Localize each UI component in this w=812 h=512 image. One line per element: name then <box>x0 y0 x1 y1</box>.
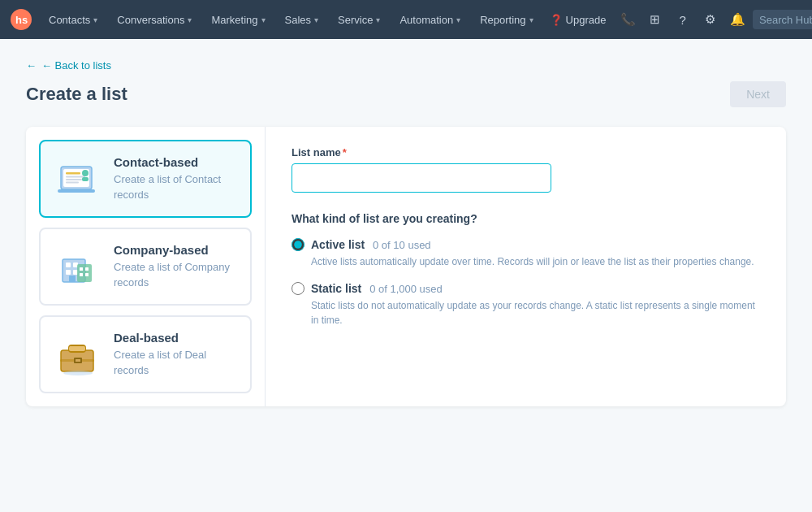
active-list-radio[interactable] <box>292 238 304 251</box>
svg-point-28 <box>63 371 93 375</box>
contact-based-card[interactable]: Contact-based Create a list of Contact r… <box>39 140 252 218</box>
deal-based-icon <box>54 330 102 379</box>
svg-rect-19 <box>85 267 89 271</box>
contact-based-content: Contact-based Create a list of Contact r… <box>114 155 237 202</box>
nav-items: Contacts ▾ Conversations ▾ Marketing ▾ S… <box>39 0 543 39</box>
upgrade-button[interactable]: ❓ Upgrade <box>543 14 613 26</box>
svg-rect-12 <box>66 263 71 267</box>
company-based-desc: Create a list of Company records <box>114 260 237 289</box>
nav-reporting[interactable]: Reporting ▾ <box>470 0 542 39</box>
settings-icon[interactable]: ⚙ <box>698 7 723 33</box>
question-circle-icon: ❓ <box>550 14 563 26</box>
list-name-input[interactable] <box>292 163 551 193</box>
contact-based-desc: Create a list of Contact records <box>114 172 237 202</box>
notifications-icon[interactable]: 🔔 <box>725 7 749 33</box>
marketplace-icon[interactable]: ⊞ <box>643 7 667 33</box>
chevron-down-icon: ▾ <box>529 15 533 24</box>
nav-conversations[interactable]: Conversations ▾ <box>107 0 201 39</box>
svg-rect-17 <box>77 264 92 282</box>
right-panel: List name* What kind of list are you cre… <box>266 127 786 406</box>
company-based-content: Company-based Create a list of Company r… <box>114 243 237 289</box>
required-indicator: * <box>343 146 347 158</box>
static-list-label[interactable]: Static list 0 of 1,000 used <box>311 282 443 295</box>
svg-rect-27 <box>76 359 80 362</box>
top-navigation: hs Contacts ▾ Conversations ▾ Marketing … <box>0 0 812 39</box>
svg-rect-10 <box>58 189 95 193</box>
svg-text:hs: hs <box>15 14 28 26</box>
list-type-question: What kind of list are you creating? <box>292 212 760 225</box>
chevron-down-icon: ▾ <box>93 15 97 24</box>
chevron-down-icon: ▾ <box>188 15 192 24</box>
svg-rect-18 <box>80 267 83 271</box>
page-container: ← ← Back to lists Create a list Next <box>0 39 812 512</box>
svg-rect-9 <box>82 177 89 181</box>
hubspot-logo[interactable]: hs <box>10 8 32 31</box>
svg-rect-21 <box>85 273 89 276</box>
company-based-icon <box>54 242 102 291</box>
list-name-label: List name* <box>292 146 760 158</box>
page-title: Create a list <box>26 84 127 105</box>
contact-based-title: Contact-based <box>114 155 237 169</box>
svg-rect-20 <box>80 273 83 276</box>
search-input[interactable] <box>759 14 812 26</box>
svg-rect-5 <box>66 176 85 178</box>
phone-icon[interactable]: 📞 <box>615 7 640 33</box>
active-list-label[interactable]: Active list 0 of 10 used <box>311 238 431 251</box>
contact-based-icon <box>54 154 102 203</box>
static-list-row: Static list 0 of 1,000 used <box>292 282 760 295</box>
search-bar[interactable]: 🔍 <box>753 10 812 29</box>
deal-based-title: Deal-based <box>114 331 237 345</box>
next-button[interactable]: Next <box>730 81 786 107</box>
active-list-description: Active lists automatically update over t… <box>311 254 760 269</box>
static-list-option: Static list 0 of 1,000 used Static lists… <box>292 282 760 328</box>
active-list-row: Active list 0 of 10 used <box>292 238 760 251</box>
nav-sales[interactable]: Sales ▾ <box>275 0 329 39</box>
deal-based-content: Deal-based Create a list of Deal records <box>114 331 237 377</box>
nav-marketing[interactable]: Marketing ▾ <box>201 0 274 39</box>
active-list-option: Active list 0 of 10 used Active lists au… <box>292 238 760 269</box>
static-list-description: Static lists do not automatically update… <box>311 298 760 328</box>
company-based-title: Company-based <box>114 243 237 257</box>
nav-service[interactable]: Service ▾ <box>328 0 390 39</box>
nav-automation[interactable]: Automation ▾ <box>390 0 470 39</box>
main-layout: Contact-based Create a list of Contact r… <box>26 127 786 406</box>
svg-rect-4 <box>66 172 80 175</box>
svg-rect-24 <box>69 346 85 351</box>
company-based-card[interactable]: Company-based Create a list of Company r… <box>39 228 252 306</box>
deal-based-card[interactable]: Deal-based Create a list of Deal records <box>39 315 252 393</box>
page-header: Create a list Next <box>26 81 786 107</box>
svg-point-8 <box>82 170 89 176</box>
breadcrumb[interactable]: ← ← Back to lists <box>26 59 111 72</box>
nav-contacts[interactable]: Contacts ▾ <box>39 0 107 39</box>
nav-right-section: ❓ Upgrade 📞 ⊞ ? ⚙ 🔔 🔍 IS Inspired Spac ▾ <box>543 7 812 33</box>
chevron-down-icon: ▾ <box>314 15 318 24</box>
deal-based-desc: Create a list of Deal records <box>114 348 237 377</box>
list-type-panel: Contact-based Create a list of Contact r… <box>26 127 266 406</box>
back-arrow-icon: ← <box>26 59 37 72</box>
svg-rect-16 <box>69 276 76 282</box>
help-icon[interactable]: ? <box>671 7 695 33</box>
chevron-down-icon: ▾ <box>261 15 266 24</box>
svg-rect-14 <box>66 270 71 275</box>
svg-rect-6 <box>66 179 82 180</box>
chevron-down-icon: ▾ <box>376 15 380 24</box>
static-list-radio[interactable] <box>292 282 304 295</box>
svg-rect-7 <box>66 182 79 184</box>
chevron-down-icon: ▾ <box>456 15 460 24</box>
